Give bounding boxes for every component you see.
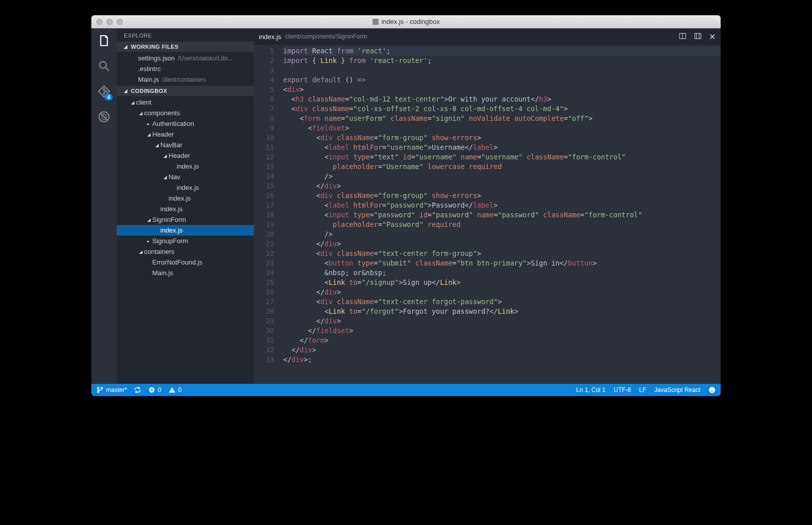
folder-item[interactable]: ◢ SigninForm [117, 214, 254, 225]
file-item[interactable]: index.js [117, 225, 254, 236]
split-editor-icon[interactable] [679, 32, 687, 42]
warnings-status[interactable]: 0 [168, 386, 182, 393]
git-icon[interactable]: 4 [97, 84, 111, 99]
file-item[interactable]: index.js [117, 193, 254, 204]
folder-item[interactable]: ◢ components [117, 108, 254, 118]
working-files-header[interactable]: ◢ WORKING FILES [117, 42, 254, 52]
activity-bar: 4 [91, 28, 117, 384]
status-bar: master* 0 0 Ln 1, Col 1 UTF-8 LF JavaScr… [91, 384, 721, 396]
svg-rect-16 [172, 389, 172, 391]
svg-point-12 [97, 387, 99, 389]
svg-point-14 [101, 387, 103, 389]
folder-item[interactable]: ◢ Nav [117, 172, 254, 182]
svg-point-0 [99, 61, 106, 68]
encoding-status[interactable]: UTF-8 [614, 386, 631, 393]
chevron-down-icon: ◢ [124, 44, 129, 49]
sidebar-title: EXPLORE [117, 28, 254, 42]
file-icon [373, 19, 379, 25]
traffic-lights [96, 19, 123, 25]
svg-point-18 [709, 387, 715, 393]
tab-filename[interactable]: index.js [259, 33, 281, 41]
folder-item[interactable]: ◢ Header [117, 150, 254, 161]
tab-actions: ✕ [679, 32, 716, 42]
folder-item[interactable]: ◢ client [117, 97, 254, 108]
close-tab-icon[interactable]: ✕ [709, 32, 716, 42]
code-content[interactable]: import React from 'react';import { Link … [280, 45, 721, 384]
folder-item[interactable]: ◢ containers [117, 246, 254, 257]
warnings-count: 0 [178, 386, 182, 393]
sync-icon[interactable] [134, 386, 141, 393]
more-icon[interactable] [694, 32, 702, 42]
tab-bar: index.js client/components/SigninForm ✕ [254, 28, 721, 45]
working-files-label: WORKING FILES [131, 44, 179, 50]
app-window: index.js - codingbox 4 EXPLORE ◢ WORKING… [91, 15, 721, 396]
folder-item[interactable]: ◢ NavBar [117, 140, 254, 150]
window-title: index.js - codingbox [91, 18, 721, 25]
project-label: CODINGBOX [131, 88, 167, 94]
svg-line-1 [106, 68, 109, 71]
folder-item[interactable]: ▸ Authentication [117, 118, 254, 129]
working-file-item[interactable]: Main.jsclient/containers [117, 74, 254, 85]
line-gutter: 1234567891011121314151617181920212223242… [254, 45, 280, 384]
svg-point-19 [710, 388, 712, 389]
tab-filepath: client/components/SigninForm [285, 33, 367, 40]
window-title-text: index.js - codingbox [382, 18, 440, 25]
errors-count: 0 [158, 386, 161, 393]
folder-item[interactable]: ▸ SignupForm [117, 236, 254, 246]
file-item[interactable]: index.js [117, 204, 254, 214]
code-editor[interactable]: 1234567891011121314151617181920212223242… [254, 45, 721, 384]
working-file-item[interactable]: settings.json/Users/viatsko/Libr... [117, 53, 254, 63]
chevron-down-icon: ◢ [124, 88, 129, 93]
errors-status[interactable]: 0 [148, 386, 161, 393]
debug-icon[interactable] [97, 110, 111, 124]
svg-point-20 [713, 388, 714, 389]
file-item[interactable]: index.js [117, 161, 254, 172]
svg-point-13 [97, 391, 99, 393]
minimize-window-button[interactable] [107, 19, 113, 25]
titlebar: index.js - codingbox [91, 15, 721, 28]
file-tree: ◢ client◢ components▸ Authentication◢ He… [117, 96, 254, 279]
file-item[interactable]: Main.js [117, 268, 254, 278]
close-window-button[interactable] [96, 19, 103, 25]
project-header[interactable]: ◢ CODINGBOX [117, 86, 254, 96]
svg-rect-17 [172, 391, 172, 392]
search-icon[interactable] [97, 59, 111, 73]
file-item[interactable]: ErrorNotFound.js [117, 257, 254, 268]
feedback-icon[interactable] [708, 386, 716, 393]
working-file-item[interactable]: .eslintrc [117, 63, 254, 74]
cursor-position[interactable]: Ln 1, Col 1 [576, 386, 605, 393]
maximize-window-button[interactable] [117, 19, 123, 25]
editor-pane: index.js client/components/SigninForm ✕ … [254, 28, 721, 384]
branch-name: master* [106, 386, 127, 393]
explorer-icon[interactable] [97, 34, 111, 48]
svg-rect-9 [695, 33, 701, 39]
eol-status[interactable]: LF [639, 386, 646, 393]
git-branch-status[interactable]: master* [96, 386, 127, 393]
git-badge: 4 [105, 94, 113, 101]
file-item[interactable]: index.js [117, 182, 254, 193]
language-mode[interactable]: JavaScript React [654, 386, 700, 393]
sidebar: EXPLORE ◢ WORKING FILES settings.json/Us… [117, 28, 254, 384]
folder-item[interactable]: ◢ Header [117, 129, 254, 140]
working-files-list: settings.json/Users/viatsko/Libr....esli… [117, 52, 254, 86]
